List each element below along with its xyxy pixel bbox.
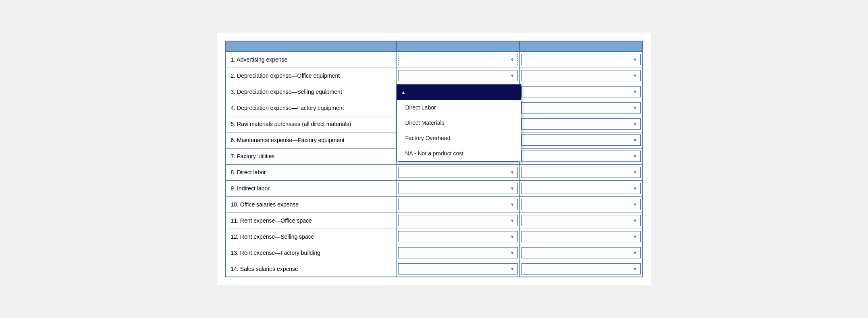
period-cost-select[interactable]: Selling ExpenseAdministrative ExpenseNA … bbox=[521, 231, 641, 242]
period-cost-cell[interactable]: Selling ExpenseAdministrative ExpenseNA … bbox=[519, 100, 642, 116]
table-row: 14. Sales salaries expenseDirect LaborDi… bbox=[226, 261, 643, 277]
cost-label-cell: 12. Rent expense—Selling space bbox=[226, 229, 397, 245]
dropdown-option[interactable]: Direct Labor bbox=[397, 100, 521, 115]
product-cost-cell[interactable]: ▲Direct LaborDirect MaterialsFactory Ove… bbox=[397, 84, 519, 100]
period-cost-cell[interactable]: Selling ExpenseAdministrative ExpenseNA … bbox=[519, 148, 642, 164]
period-select-wrapper: Selling ExpenseAdministrative ExpenseNA … bbox=[521, 215, 641, 226]
cost-label-cell: 7. Factory utilities bbox=[226, 148, 397, 164]
period-cost-cell[interactable]: Selling ExpenseAdministrative ExpenseNA … bbox=[519, 196, 642, 213]
period-select-wrapper: Selling ExpenseAdministrative ExpenseNA … bbox=[521, 118, 641, 130]
product-cost-cell[interactable]: Direct LaborDirect MaterialsFactory Over… bbox=[397, 229, 519, 245]
period-cost-select[interactable]: Selling ExpenseAdministrative ExpenseNA … bbox=[521, 247, 641, 258]
table-row: 11. Rent expense—Office spaceDirect Labo… bbox=[226, 213, 643, 229]
select-wrapper: Direct LaborDirect MaterialsFactory Over… bbox=[398, 70, 517, 81]
cost-label-cell: 10. Office salaries expense bbox=[226, 196, 397, 213]
dropdown-option[interactable]: Direct Materials bbox=[397, 115, 521, 130]
period-cost-select[interactable]: Selling ExpenseAdministrative ExpenseNA … bbox=[521, 199, 641, 210]
period-cost-cell[interactable]: Selling ExpenseAdministrative ExpenseNA … bbox=[519, 52, 642, 68]
cost-label-cell: 9. Indirect labor bbox=[226, 180, 397, 196]
cost-label-cell: 13. Rent expense—Factory building bbox=[226, 245, 397, 261]
period-select-wrapper: Selling ExpenseAdministrative ExpenseNA … bbox=[521, 54, 641, 65]
period-cost-cell[interactable]: Selling ExpenseAdministrative ExpenseNA … bbox=[519, 164, 642, 180]
table-row: 2. Depreciation expense—Office equipment… bbox=[226, 68, 643, 84]
table-row: 10. Office salaries expenseDirect LaborD… bbox=[226, 196, 643, 213]
open-dropdown-overlay[interactable]: ▲Direct LaborDirect MaterialsFactory Ove… bbox=[397, 84, 521, 161]
product-cost-cell[interactable]: Direct LaborDirect MaterialsFactory Over… bbox=[397, 68, 519, 84]
cost-label-cell: 14. Sales salaries expense bbox=[226, 261, 397, 277]
product-cost-cell[interactable]: Direct LaborDirect MaterialsFactory Over… bbox=[397, 213, 519, 229]
period-cost-cell[interactable]: Selling ExpenseAdministrative ExpenseNA … bbox=[519, 261, 642, 277]
select-wrapper: Direct LaborDirect MaterialsFactory Over… bbox=[398, 183, 517, 194]
chevron-up-icon: ▲ bbox=[401, 90, 405, 95]
period-select-wrapper: Selling ExpenseAdministrative ExpenseNA … bbox=[521, 167, 641, 178]
product-cost-cell[interactable]: Direct LaborDirect MaterialsFactory Over… bbox=[397, 261, 519, 277]
period-cost-select[interactable]: Selling ExpenseAdministrative ExpenseNA … bbox=[521, 102, 641, 114]
period-select-wrapper: Selling ExpenseAdministrative ExpenseNA … bbox=[521, 134, 641, 146]
period-cost-select[interactable]: Selling ExpenseAdministrative ExpenseNA … bbox=[521, 151, 641, 162]
table-row: 1. Advertising expenseDirect LaborDirect… bbox=[226, 52, 643, 68]
period-cost-select[interactable]: Selling ExpenseAdministrative ExpenseNA … bbox=[521, 86, 641, 97]
select-wrapper: Direct LaborDirect MaterialsFactory Over… bbox=[398, 247, 517, 258]
cost-label-cell: 6. Maintenance expense—Factory equipment bbox=[226, 132, 397, 148]
product-cost-select[interactable]: Direct LaborDirect MaterialsFactory Over… bbox=[398, 231, 517, 242]
select-wrapper: Direct LaborDirect MaterialsFactory Over… bbox=[398, 263, 517, 275]
select-wrapper: Direct LaborDirect MaterialsFactory Over… bbox=[398, 167, 517, 178]
cost-label-cell: 1. Advertising expense bbox=[226, 52, 397, 68]
product-cost-cell[interactable]: Direct LaborDirect MaterialsFactory Over… bbox=[397, 196, 519, 213]
period-cost-cell[interactable]: Selling ExpenseAdministrative ExpenseNA … bbox=[519, 68, 642, 84]
select-wrapper: Direct LaborDirect MaterialsFactory Over… bbox=[398, 215, 517, 226]
period-select-wrapper: Selling ExpenseAdministrative ExpenseNA … bbox=[521, 199, 641, 210]
period-select-wrapper: Selling ExpenseAdministrative ExpenseNA … bbox=[521, 263, 641, 275]
product-cost-select[interactable]: Direct LaborDirect MaterialsFactory Over… bbox=[398, 263, 517, 275]
product-cost-cell[interactable]: Direct LaborDirect MaterialsFactory Over… bbox=[397, 245, 519, 261]
table-row: 12. Rent expense—Selling spaceDirect Lab… bbox=[226, 229, 643, 245]
table-row: 9. Indirect laborDirect LaborDirect Mate… bbox=[226, 180, 643, 196]
period-cost-cell[interactable]: Selling ExpenseAdministrative ExpenseNA … bbox=[519, 180, 642, 196]
period-cost-select[interactable]: Selling ExpenseAdministrative ExpenseNA … bbox=[521, 263, 641, 275]
product-cost-select[interactable]: Direct LaborDirect MaterialsFactory Over… bbox=[398, 70, 517, 81]
period-cost-cell[interactable]: Selling ExpenseAdministrative ExpenseNA … bbox=[519, 116, 642, 132]
product-cost-select[interactable]: Direct LaborDirect MaterialsFactory Over… bbox=[398, 247, 517, 258]
period-select-wrapper: Selling ExpenseAdministrative ExpenseNA … bbox=[521, 231, 641, 242]
costs-header bbox=[226, 41, 397, 52]
cost-label-cell: 8. Direct labor bbox=[226, 164, 397, 180]
cost-label-cell: 2. Depreciation expense—Office equipment bbox=[226, 68, 397, 84]
period-cost-cell[interactable]: Selling ExpenseAdministrative ExpenseNA … bbox=[519, 213, 642, 229]
product-cost-select[interactable]: Direct LaborDirect MaterialsFactory Over… bbox=[398, 183, 517, 194]
period-cost-cell[interactable]: Selling ExpenseAdministrative ExpenseNA … bbox=[519, 84, 642, 100]
product-cost-select[interactable]: Direct LaborDirect MaterialsFactory Over… bbox=[398, 215, 517, 226]
product-cost-cell[interactable]: Direct LaborDirect MaterialsFactory Over… bbox=[397, 164, 519, 180]
product-cost-select[interactable]: Direct LaborDirect MaterialsFactory Over… bbox=[398, 167, 517, 178]
period-cost-select[interactable]: Selling ExpenseAdministrative ExpenseNA … bbox=[521, 70, 641, 81]
period-cost-select[interactable]: Selling ExpenseAdministrative ExpenseNA … bbox=[521, 183, 641, 194]
period-cost-select[interactable]: Selling ExpenseAdministrative ExpenseNA … bbox=[521, 54, 641, 65]
product-cost-select[interactable]: Direct LaborDirect MaterialsFactory Over… bbox=[398, 54, 517, 65]
select-wrapper: Direct LaborDirect MaterialsFactory Over… bbox=[398, 231, 517, 242]
period-cost-select[interactable]: Selling ExpenseAdministrative ExpenseNA … bbox=[521, 215, 641, 226]
product-cost-cell[interactable]: Direct LaborDirect MaterialsFactory Over… bbox=[397, 180, 519, 196]
period-select-wrapper: Selling ExpenseAdministrative ExpenseNA … bbox=[521, 247, 641, 258]
dropdown-option[interactable]: Factory Overhead bbox=[397, 130, 521, 146]
period-cost-select[interactable]: Selling ExpenseAdministrative ExpenseNA … bbox=[521, 134, 641, 146]
select-wrapper: Direct LaborDirect MaterialsFactory Over… bbox=[398, 54, 517, 65]
table-row: 13. Rent expense—Factory buildingDirect … bbox=[226, 245, 643, 261]
period-cost-cell[interactable]: Selling ExpenseAdministrative ExpenseNA … bbox=[519, 245, 642, 261]
period-cost-select[interactable]: Selling ExpenseAdministrative ExpenseNA … bbox=[521, 118, 641, 130]
cost-label-cell: 4. Depreciation expense—Factory equipmen… bbox=[226, 100, 397, 116]
cost-label-cell: 5. Raw materials purchases (all direct m… bbox=[226, 116, 397, 132]
period-cost-select[interactable]: Selling ExpenseAdministrative ExpenseNA … bbox=[521, 167, 641, 178]
product-cost-cell[interactable]: Direct LaborDirect MaterialsFactory Over… bbox=[397, 52, 519, 68]
table-row: 3. Depreciation expense—Selling equipmen… bbox=[226, 84, 643, 100]
period-select-wrapper: Selling ExpenseAdministrative ExpenseNA … bbox=[521, 102, 641, 114]
table-row: 8. Direct laborDirect LaborDirect Materi… bbox=[226, 164, 643, 180]
period-select-wrapper: Selling ExpenseAdministrative ExpenseNA … bbox=[521, 86, 641, 97]
dropdown-option[interactable]: NA - Not a product cost bbox=[397, 146, 521, 161]
cost-label-cell: 11. Rent expense—Office space bbox=[226, 213, 397, 229]
period-cost-cell[interactable]: Selling ExpenseAdministrative ExpenseNA … bbox=[519, 132, 642, 148]
period-select-wrapper: Selling ExpenseAdministrative ExpenseNA … bbox=[521, 183, 641, 194]
cost-label-cell: 3. Depreciation expense—Selling equipmen… bbox=[226, 84, 397, 100]
select-wrapper: Direct LaborDirect MaterialsFactory Over… bbox=[398, 199, 517, 210]
page-wrapper: 1. Advertising expenseDirect LaborDirect… bbox=[217, 33, 651, 285]
period-cost-cell[interactable]: Selling ExpenseAdministrative ExpenseNA … bbox=[519, 229, 642, 245]
product-cost-select[interactable]: Direct LaborDirect MaterialsFactory Over… bbox=[398, 199, 517, 210]
